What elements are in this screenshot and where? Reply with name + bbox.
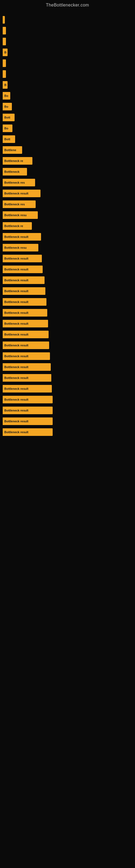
bar-label: Bottleneck result xyxy=(4,235,28,239)
bottleneck-bar: Bottleneck result xyxy=(3,417,53,425)
bottleneck-bar: Bottleneck result xyxy=(3,407,53,414)
bar-label: B xyxy=(4,83,6,87)
bottleneck-bar: Bottleneck result xyxy=(3,255,42,262)
bar-row: Bottleneck result xyxy=(0,405,135,416)
bar-row: Bottleneck result xyxy=(0,372,135,383)
bar-row: Bottleneck result xyxy=(0,427,135,437)
bar-row xyxy=(0,25,135,36)
bottleneck-bar: Bott xyxy=(3,114,14,121)
bottleneck-bar: Bottleneck result xyxy=(3,352,50,360)
bar-label: Bottleneck res xyxy=(4,203,25,206)
bar-label: Bottleneck result xyxy=(4,257,28,260)
bar-label: Bottleneck result xyxy=(4,322,28,325)
bar-row: Bottleneck result xyxy=(0,340,135,351)
bottleneck-bar: Bo xyxy=(3,124,12,132)
bar-label: Bott xyxy=(4,137,10,141)
bar-label: Bottleneck result xyxy=(4,333,28,336)
bar-row: Bottleneck re xyxy=(0,155,135,166)
bar-row: Bottleneck re xyxy=(0,220,135,231)
bottleneck-bar: Bott xyxy=(3,135,15,143)
bar-row: Bottleneck result xyxy=(0,362,135,372)
bar-row: Bottleneck result xyxy=(0,286,135,297)
bar-label: Bottleneck result xyxy=(4,311,28,314)
bottleneck-bar: Bottleneck resu xyxy=(3,211,38,219)
bottleneck-bar: Bottleneck result xyxy=(3,428,53,436)
bar-label: Bottleneck re xyxy=(4,159,23,162)
bar-label: Bottleneck result xyxy=(4,268,28,271)
bar-row: Bottleneck result xyxy=(0,188,135,199)
bar-row: Bottleneck result xyxy=(0,231,135,242)
bottleneck-bar: Bottleneck result xyxy=(3,341,49,349)
bottleneck-bar: B xyxy=(3,49,8,56)
bottleneck-bar xyxy=(3,38,6,45)
bar-label: Bottleneck result xyxy=(4,365,28,369)
bar-row: Bottleneck resu xyxy=(0,242,135,253)
bottleneck-bar: Bo xyxy=(3,103,12,111)
bar-label: Bottleneck result xyxy=(4,300,28,304)
bar-label: Bottleneck result xyxy=(4,409,28,412)
bar-row xyxy=(0,58,135,69)
site-header: TheBottlenecker.com xyxy=(0,0,135,12)
bottleneck-bar: Bottleneck result xyxy=(3,276,45,284)
bar-row: Bottleneck result xyxy=(0,394,135,405)
bar-row xyxy=(0,14,135,25)
bottleneck-bar: Bottleneck res xyxy=(3,179,35,186)
bar-row xyxy=(0,69,135,80)
bar-row: Bo xyxy=(0,123,135,134)
bar-label: Bottleneck result xyxy=(4,344,28,347)
bar-row: Bo xyxy=(0,90,135,101)
bar-label: Bottleneck re xyxy=(4,224,23,227)
bar-label: Bottleneck resu xyxy=(4,214,27,217)
bar-label: Bottleneck res xyxy=(4,181,25,184)
bar-row: Bottleneck result xyxy=(0,275,135,286)
bar-row: Bottleneck result xyxy=(0,253,135,264)
bar-label: Bottleneck result xyxy=(4,354,28,358)
bar-row: B xyxy=(0,80,135,90)
bottleneck-bar xyxy=(3,16,5,24)
bottleneck-bar: Bottleneck result xyxy=(3,396,53,403)
bottleneck-bar: Bottleneck result xyxy=(3,190,41,197)
bottleneck-bar: Bottleneck result xyxy=(3,233,41,241)
bar-row: Bott xyxy=(0,134,135,145)
bar-label: Bo xyxy=(4,127,8,130)
bottleneck-bar: Bottleneck re xyxy=(3,157,32,165)
bar-row: Bottleneck res xyxy=(0,199,135,210)
bar-row: Bottleneck result xyxy=(0,318,135,329)
bottleneck-bar: Bottleneck result xyxy=(3,374,51,382)
bar-row: Bottleneck result xyxy=(0,329,135,340)
bar-label: Bottleneck result xyxy=(4,376,28,379)
bottleneck-bar: Bottleneck res xyxy=(3,200,36,208)
bar-label: Bo xyxy=(4,105,8,108)
bar-row: Bottleneck result xyxy=(0,416,135,427)
bottleneck-bar: Bottleneck xyxy=(3,168,27,176)
bar-row: Bott xyxy=(0,112,135,123)
bar-row: Bottlene xyxy=(0,145,135,155)
bar-row: Bottleneck result xyxy=(0,307,135,318)
bottleneck-bar: Bottleneck resu xyxy=(3,244,38,251)
bar-row: B xyxy=(0,47,135,58)
bar-label: Bottleneck result xyxy=(4,289,28,293)
bar-label: Bottleneck result xyxy=(4,420,28,423)
bar-label: Bottleneck result xyxy=(4,279,28,282)
bottleneck-bar: Bottleneck result xyxy=(3,320,48,328)
bottleneck-bar xyxy=(3,59,6,67)
bar-label: Bottleneck result xyxy=(4,387,28,390)
site-title: TheBottlenecker.com xyxy=(0,0,135,12)
bottleneck-bar xyxy=(3,27,6,34)
bottleneck-bar: Bottleneck result xyxy=(3,331,49,338)
bar-label: Bott xyxy=(4,116,10,119)
bottleneck-bar: Bottleneck result xyxy=(3,309,47,316)
bottleneck-bar: Bottleneck result xyxy=(3,298,46,306)
bottleneck-bar: Bottleneck result xyxy=(3,287,45,295)
bar-label: Bottleneck resu xyxy=(4,246,27,249)
bar-row: Bottleneck res xyxy=(0,177,135,188)
bar-label: Bottleneck result xyxy=(4,431,28,434)
bar-label: B xyxy=(4,51,6,54)
bottleneck-bar xyxy=(3,70,6,78)
bottleneck-bar: Bottlene xyxy=(3,146,22,154)
bottleneck-bar: Bo xyxy=(3,92,10,99)
bottleneck-bar: Bottleneck re xyxy=(3,222,32,230)
bar-row: Bottleneck resu xyxy=(0,210,135,220)
bottleneck-bar: Bottleneck result xyxy=(3,363,51,371)
bar-label: Bottlene xyxy=(4,148,16,152)
